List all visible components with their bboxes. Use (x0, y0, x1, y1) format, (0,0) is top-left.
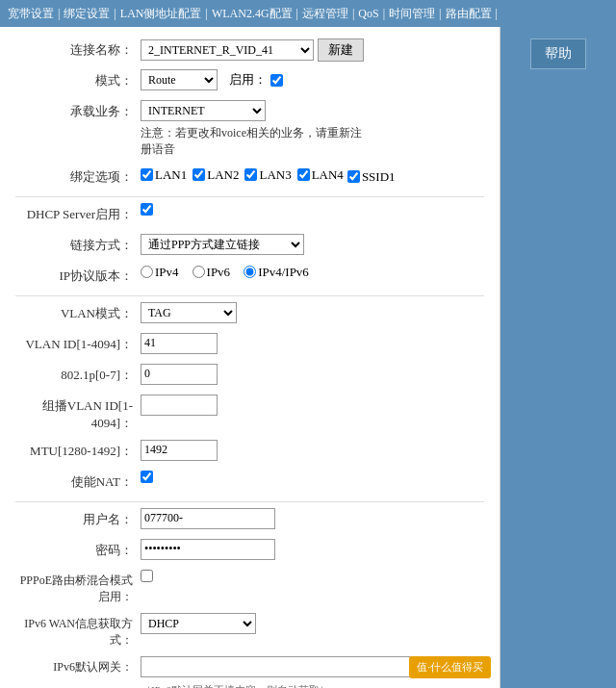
lan2-label: LAN2 (207, 167, 239, 183)
lan4-label: LAN4 (312, 167, 344, 183)
lan3-label: LAN3 (259, 167, 291, 183)
lan1-item: LAN1 (141, 167, 187, 183)
conn-name-select[interactable]: 2_INTERNET_R_VID_41 (141, 39, 314, 61)
binding-control: LAN1 LAN2 LAN3 LAN4 (141, 166, 484, 185)
help-box: 帮助 (530, 38, 586, 69)
vlan-mode-control: TAG (141, 302, 484, 323)
password-label: 密码： (15, 539, 141, 559)
dhcp-checkbox[interactable] (141, 203, 153, 216)
nat-label: 使能NAT： (15, 471, 141, 491)
service-control: INTERNET 注意：若更改和voice相关的业务，请重新注册语音 (141, 100, 484, 158)
vlan-mode-select[interactable]: TAG (141, 302, 237, 323)
ssid1-item: SSID1 (347, 169, 396, 185)
mtu-input[interactable] (141, 440, 218, 461)
right-sidebar: 帮助 (500, 27, 616, 688)
mode-control: Route 启用： (141, 69, 484, 90)
group-vlan-input[interactable] (141, 395, 218, 416)
username-row: 用户名： (15, 508, 484, 531)
nav-item-binding[interactable]: 绑定设置 (60, 6, 114, 22)
mtu-label: MTU[1280-1492]： (15, 440, 141, 460)
ipv4-item: IPv4 (141, 265, 179, 280)
help-label: 帮助 (545, 46, 572, 61)
ipv4ipv6-radio[interactable] (244, 266, 256, 278)
vlan-id-label: VLAN ID[1-4094]： (15, 333, 141, 353)
dot1p-row: 802.1p[0-7]： (15, 364, 484, 387)
pppoe-bridge-control (141, 570, 484, 582)
dot1p-control (141, 364, 484, 385)
nav-item-broadband[interactable]: 宽带设置 (4, 6, 58, 22)
lan2-item: LAN2 (192, 167, 239, 183)
link-select[interactable]: 通过PPP方式建立链接 (141, 234, 304, 255)
ssid1-label: SSID1 (362, 169, 396, 185)
group-vlan-label: 组播VLAN ID[1-4094]： (15, 395, 141, 432)
ipv6-radio[interactable] (192, 266, 205, 278)
password-row: 密码： (15, 539, 484, 562)
lan1-checkbox[interactable] (141, 168, 153, 181)
service-select[interactable]: INTERNET (141, 100, 266, 121)
nat-checkbox[interactable] (141, 471, 153, 483)
binding-row: 绑定选项： LAN1 LAN2 LAN3 (15, 166, 484, 189)
lan2-checkbox[interactable] (192, 168, 205, 181)
divider-3 (15, 501, 484, 502)
ip-version-label: IP协议版本： (15, 265, 141, 285)
enabled-row: 启用： (221, 71, 283, 89)
dhcp-row: DHCP Server启用： (15, 203, 484, 226)
mode-row: 模式： Route 启用： (15, 69, 484, 92)
ipv6-acq-label: IPv6 WAN信息获取方式： (15, 613, 141, 649)
ssid1-checkbox[interactable] (347, 170, 360, 183)
divider-2 (15, 295, 484, 296)
vlan-mode-row: VLAN模式： TAG (15, 302, 484, 325)
content-area: 连接名称： 2_INTERNET_R_VID_41 新建 模式： Route 启… (0, 27, 500, 688)
ipv6-gateway-input[interactable] (141, 656, 429, 677)
ipv4-radio[interactable] (141, 266, 153, 278)
watermark: 值·什么值得买 (409, 656, 491, 678)
ipv4ipv6-label: IPv4/IPv6 (258, 265, 309, 280)
enabled-label: 启用： (229, 71, 267, 89)
dot1p-label: 802.1p[0-7]： (15, 364, 141, 384)
enabled-checkbox[interactable] (270, 74, 283, 87)
group-vlan-row: 组播VLAN ID[1-4094]： (15, 395, 484, 432)
ipv6-acq-select[interactable]: DHCP (141, 613, 256, 634)
vlan-id-input[interactable] (141, 333, 218, 354)
nav-item-route[interactable]: 路由配置 (442, 6, 496, 22)
ipv6-acq-row: IPv6 WAN信息获取方式： DHCP (15, 613, 484, 649)
divider-1 (15, 196, 484, 197)
binding-label: 绑定选项： (15, 166, 141, 186)
pppoe-bridge-label: PPPoE路由桥混合模式启用： (15, 570, 141, 605)
mode-select[interactable]: Route (141, 69, 218, 90)
nav-item-wlan[interactable]: WLAN2.4G配置 (208, 6, 296, 22)
lan3-item: LAN3 (244, 167, 291, 183)
ipv4ipv6-item: IPv4/IPv6 (244, 265, 309, 280)
new-button[interactable]: 新建 (318, 38, 364, 62)
ipv6-gateway-label: IPv6默认网关： (15, 656, 141, 675)
password-input[interactable] (141, 539, 275, 560)
pppoe-bridge-row: PPPoE路由桥混合模式启用： (15, 570, 484, 605)
username-input[interactable] (141, 508, 275, 529)
nav-item-qos[interactable]: QoS (354, 7, 382, 21)
pppoe-bridge-checkbox[interactable] (141, 570, 153, 582)
conn-name-row: 连接名称： 2_INTERNET_R_VID_41 新建 (15, 38, 484, 62)
nav-item-lan[interactable]: LAN侧地址配置 (116, 6, 206, 22)
ipv6-acq-control: DHCP (141, 613, 484, 634)
group-vlan-control (141, 395, 484, 416)
username-control (141, 508, 484, 529)
ipv4-label: IPv4 (155, 265, 179, 280)
lan3-checkbox[interactable] (244, 168, 257, 181)
nat-row: 使能NAT： (15, 471, 484, 494)
top-nav: 宽带设置| 绑定设置| LAN侧地址配置| WLAN2.4G配置| 远程管理| … (0, 0, 616, 27)
conn-name-control: 2_INTERNET_R_VID_41 新建 (141, 38, 484, 62)
nav-item-time[interactable]: 时间管理 (385, 6, 439, 22)
conn-name-label: 连接名称： (15, 38, 141, 59)
ipv6-gateway-hint: （IPv6默认网关不填内容，则自动获取） (141, 683, 330, 688)
mode-label: 模式： (15, 69, 141, 89)
dhcp-label: DHCP Server启用： (15, 203, 141, 223)
mtu-control (141, 440, 484, 461)
service-row: 承载业务： INTERNET 注意：若更改和voice相关的业务，请重新注册语音 (15, 100, 484, 158)
nav-item-remote[interactable]: 远程管理 (298, 6, 352, 22)
ip-version-radios: IPv4 IPv6 IPv4/IPv6 (141, 265, 309, 280)
lan4-checkbox[interactable] (297, 168, 310, 181)
vlan-id-row: VLAN ID[1-4094]： (15, 333, 484, 356)
link-control: 通过PPP方式建立链接 (141, 234, 484, 255)
dot1p-input[interactable] (141, 364, 218, 385)
link-label: 链接方式： (15, 234, 141, 254)
